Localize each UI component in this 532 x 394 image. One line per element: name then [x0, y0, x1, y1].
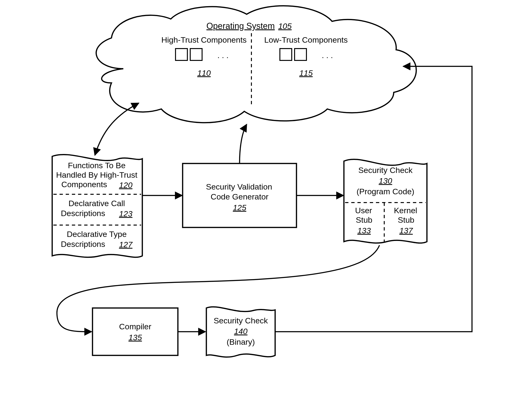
binary-l2: (Binary) — [227, 337, 255, 346]
doc-input-sec1-num: 120 — [119, 181, 133, 190]
binary-num: 140 — [234, 327, 248, 336]
svg-text:. . .: . . . — [322, 51, 333, 60]
svg-rect-2 — [190, 49, 202, 60]
doc-output-top-l2: (Program Code) — [356, 187, 414, 196]
doc-output: Security Check 130 (Program Code) User S… — [344, 159, 427, 243]
low-trust-num: 115 — [299, 68, 313, 78]
svg-rect-13 — [92, 308, 178, 355]
cloud-title: Operating System 105 — [206, 21, 292, 31]
svg-rect-5 — [295, 49, 306, 60]
compiler-num: 135 — [128, 333, 142, 342]
doc-output-top-num: 130 — [379, 176, 392, 185]
doc-output-left-num: 133 — [357, 226, 371, 235]
svg-rect-1 — [176, 49, 187, 60]
svg-text:Compiler: Compiler — [119, 322, 151, 331]
svg-rect-4 — [280, 49, 292, 60]
box-compiler: Compiler 135 — [92, 308, 178, 355]
doc-input-sec3-num: 127 — [119, 240, 133, 249]
doc-output-right-num: 137 — [399, 226, 413, 235]
low-trust-heading: Low-Trust Components — [264, 35, 348, 44]
svg-text:. . .: . . . — [217, 51, 229, 60]
doc-input: Functions To Be Handled By High-Trust Co… — [52, 155, 142, 257]
box-generator: Security Validation Code Generator 125 — [183, 163, 297, 228]
doc-input-sec2-num: 123 — [119, 209, 133, 218]
diagram-canvas: Operating System 105 High-Trust Componen… — [0, 0, 532, 394]
arrow-generator-to-cloud — [239, 124, 247, 163]
binary-l1: Security Check — [214, 316, 268, 325]
high-trust-heading: High-Trust Components — [161, 35, 247, 44]
doc-output-top: Security Check — [358, 166, 413, 175]
generator-num: 125 — [233, 203, 246, 212]
cloud-operating-system: Operating System 105 High-Trust Componen… — [96, 6, 416, 123]
high-trust-num: 110 — [197, 68, 211, 78]
doc-binary: Security Check 140 (Binary) — [206, 307, 275, 357]
